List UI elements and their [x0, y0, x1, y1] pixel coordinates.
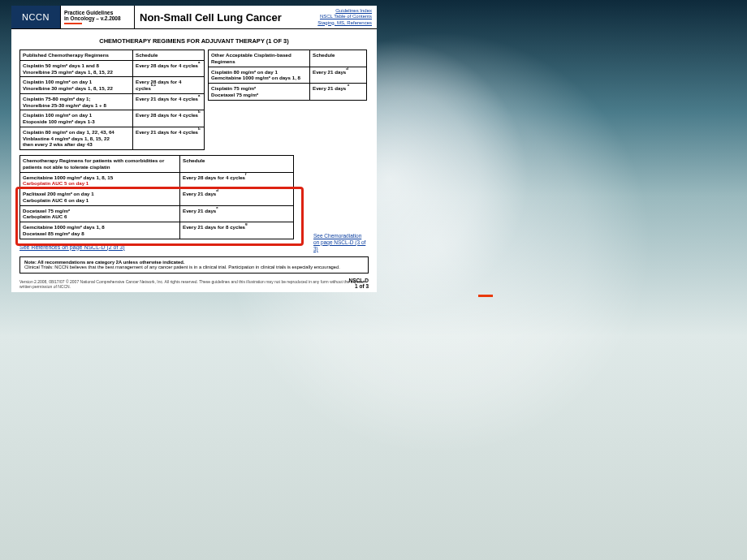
schedule-cell: Every 28 days for 4 cyclesb: [133, 110, 205, 127]
regimen-cell: Cisplatin 100 mg/m² on day 1Vinorelbine …: [20, 77, 133, 94]
schedule-cell: Every 28 days for 4 cyclesf: [180, 172, 294, 189]
schedule-cell: Every 21 days for 4 cyclesa: [133, 93, 205, 110]
version-footer: Version 2.2008, 08/17/07 © 2007 National…: [19, 279, 377, 289]
table-row: Cisplatin 80 mg/m² on day 1, 22, 43, 64V…: [20, 127, 205, 149]
table-row: Cisplatin 50 mg/m² days 1 and 8Vinorelbi…: [20, 60, 205, 77]
t1-h1: Published Chemotherapy Regimens: [20, 50, 133, 61]
page-code: NSCL-D: [348, 278, 369, 283]
schedule-cell: Every 21 dayse: [180, 205, 294, 222]
table-row: Gemcitabine 1000 mg/m² days 1, 8, 15Carb…: [20, 172, 294, 189]
schedule-cell: Every 21 days for 8 cyclesg: [180, 222, 294, 239]
regimen-cell: Docetaxel 75 mg/m²Carboplatin AUC 6: [20, 205, 180, 222]
schedule-cell: Every 21 daysd: [310, 67, 367, 84]
regimen-cell: Cisplatin 50 mg/m² days 1 and 8Vinorelbi…: [20, 60, 133, 77]
nccn-logo: NCCN: [11, 6, 61, 28]
regimen-cell: Paclitaxel 200 mg/m² on day 1Carboplatin…: [20, 189, 180, 206]
link-staging[interactable]: Staging, MS, References: [317, 20, 372, 26]
slide-stage: NCCN Practice Guidelines in Oncology – v…: [0, 0, 747, 560]
t2-h2: Schedule: [310, 50, 367, 67]
tables-row: Published Chemotherapy RegimensSchedule …: [11, 50, 377, 150]
doc-header: NCCN Practice Guidelines in Oncology – v…: [11, 6, 377, 29]
regimen-cell: Gemcitabine 1000 mg/m² days 1, 8Docetaxe…: [20, 222, 180, 239]
t3-h2: Schedule: [180, 156, 294, 173]
schedule-cell: Every 28 days for 4 cyclesa: [133, 60, 205, 77]
link-chemoradiation[interactable]: See Chemoradiation on page NSCL-D (3 of …: [313, 233, 367, 252]
link-toc[interactable]: NSCL Table of Contents: [320, 14, 372, 19]
regimen-cell: Cisplatin 75-80 mg/m² day 1;Vinorelbine …: [20, 93, 133, 110]
table-row: Cisplatin 80 mg/m² on day 1Gemcitabine 1…: [209, 67, 367, 84]
schedule-cell: Every 21 days e: [310, 84, 367, 101]
table-row: Cisplatin 75-80 mg/m² day 1;Vinorelbine …: [20, 93, 205, 110]
t3-h1: Chemotherapy Regimens for patients with …: [20, 156, 180, 173]
table-row: Cisplatin 100 mg/m² on day 1Etoposide 10…: [20, 110, 205, 127]
link-guidelines-index[interactable]: Guidelines Index: [335, 8, 372, 14]
guideline-version: Practice Guidelines in Oncology – v.2.20…: [61, 6, 135, 28]
regimen-cell: Cisplatin 75 mg/m²Docetaxel 75 mg/m²: [209, 84, 310, 101]
guideline-l1: Practice Guidelines: [64, 10, 131, 15]
schedule-cell: Every 28 days for 4 cyclesb,c: [133, 77, 205, 94]
regimen-cell: Cisplatin 80 mg/m² on day 1Gemcitabine 1…: [209, 67, 310, 84]
regimen-cell: Cisplatin 80 mg/m² on day 1, 22, 43, 64V…: [20, 127, 133, 149]
table-row: Gemcitabine 1000 mg/m² days 1, 8Docetaxe…: [20, 222, 294, 239]
page-title: Non-Small Cell Lung Cancer: [135, 6, 317, 28]
note-l1: Note: All recommendations are category 2…: [24, 260, 364, 265]
table-row: Cisplatin 100 mg/m² on day 1Vinorelbine …: [20, 77, 205, 94]
t2-h1: Other Acceptable Cisplatin-based Regimen…: [209, 50, 310, 67]
accent-bar: [64, 23, 82, 24]
comorbidity-table-wrap: Chemotherapy Regimens for patients with …: [19, 155, 369, 239]
note-l2: Clinical Trials: NCCN believes that the …: [24, 265, 364, 270]
table-row: Cisplatin 75 mg/m²Docetaxel 75 mg/m²Ever…: [209, 84, 367, 101]
regimen-cell: Cisplatin 100 mg/m² on day 1Etoposide 10…: [20, 110, 133, 127]
page-number: 1 of 3: [355, 283, 369, 289]
comorbidity-regimens-table: Chemotherapy Regimens for patients with …: [19, 155, 294, 239]
published-regimens-table: Published Chemotherapy RegimensSchedule …: [19, 50, 205, 150]
guideline-document: NCCN Practice Guidelines in Oncology – v…: [11, 6, 377, 292]
schedule-cell: Every 21 days for 4 cyclesb: [133, 127, 205, 149]
header-links: Guidelines Index NSCL Table of Contents …: [317, 6, 377, 28]
cursor-marker: [478, 295, 493, 297]
other-regimens-table: Other Acceptable Cisplatin-based Regimen…: [208, 50, 367, 101]
section-title: CHEMOTHERAPY REGIMENS FOR ADJUVANT THERA…: [11, 37, 377, 45]
table-row: Paclitaxel 200 mg/m² on day 1Carboplatin…: [20, 189, 294, 206]
t1-h2: Schedule: [133, 50, 205, 61]
page-id: NSCL-D 1 of 3: [348, 278, 369, 289]
regimen-cell: Gemcitabine 1000 mg/m² days 1, 8, 15Carb…: [20, 172, 180, 189]
schedule-cell: Every 21 daysd: [180, 189, 294, 206]
table-row: Docetaxel 75 mg/m²Carboplatin AUC 6Every…: [20, 205, 294, 222]
note-box: Note: All recommendations are category 2…: [19, 256, 369, 274]
guideline-l2: in Oncology – v.2.2008: [64, 15, 131, 21]
